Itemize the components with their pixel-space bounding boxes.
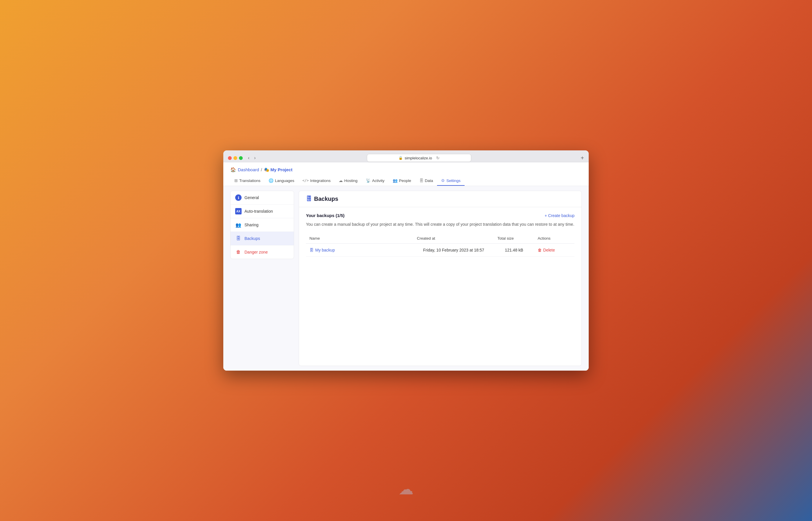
- sidebar-item-general[interactable]: ℹ General: [231, 191, 294, 205]
- maximize-button[interactable]: [239, 156, 243, 160]
- lock-icon: 🔒: [399, 156, 403, 160]
- tab-integrations-label: Integrations: [310, 179, 331, 183]
- create-backup-button[interactable]: + Create backup: [544, 213, 575, 218]
- section-title: Your backups (1/5): [306, 213, 344, 218]
- app-header: 🏠 Dashboard / 🎭 My Project ⊞ Translation…: [223, 162, 589, 186]
- address-bar[interactable]: 🔒 simplelocalize.io ↻: [367, 154, 471, 162]
- tab-integrations[interactable]: </> Integrations: [298, 176, 335, 186]
- th-actions: Actions: [534, 233, 575, 244]
- backups-icon: 🗄: [235, 235, 241, 242]
- forward-button[interactable]: ›: [252, 155, 257, 161]
- browser-top-bar: ‹ › 🔒 simplelocalize.io ↻ +: [228, 154, 584, 162]
- sidebar-item-danger-zone[interactable]: 🗑 Danger zone: [231, 245, 294, 259]
- backup-name-cell: 🗄 My backup: [306, 244, 413, 257]
- browser-chrome: ‹ › 🔒 simplelocalize.io ↻ +: [223, 151, 589, 162]
- content-body: Your backups (1/5) + Create backup You c…: [299, 207, 581, 366]
- backup-size-cell: 121.48 kB: [494, 244, 534, 257]
- page-title: 🗄 Backups: [306, 196, 338, 202]
- sidebar: ℹ General AX Auto-translation 👥 Sharing …: [230, 191, 294, 259]
- th-total-size: Total size: [494, 233, 534, 244]
- breadcrumb-dashboard-link[interactable]: Dashboard: [238, 167, 259, 172]
- sidebar-danger-zone-label: Danger zone: [244, 250, 268, 254]
- backup-link-icon: 🗄: [309, 248, 314, 252]
- browser-window: ‹ › 🔒 simplelocalize.io ↻ + 🏠 Dashboard …: [223, 151, 589, 370]
- nav-buttons: ‹ ›: [246, 155, 258, 161]
- tab-people-label: People: [399, 179, 411, 183]
- project-icon: 🎭: [264, 167, 270, 173]
- backup-name-text: My backup: [315, 248, 335, 252]
- reload-icon[interactable]: ↻: [436, 156, 440, 160]
- new-tab-button[interactable]: +: [581, 155, 584, 161]
- breadcrumb-separator: /: [261, 167, 262, 172]
- project-name: My Project: [271, 167, 293, 172]
- breadcrumb: 🏠 Dashboard / 🎭 My Project: [230, 167, 582, 173]
- cloud-icon: ☁: [399, 481, 413, 498]
- settings-icon: ⚙: [441, 178, 445, 183]
- th-name: Name: [306, 233, 413, 244]
- back-button[interactable]: ‹: [246, 155, 251, 161]
- cloud-decoration: ☁: [399, 480, 413, 498]
- auto-translation-icon: AX: [235, 208, 241, 214]
- sidebar-sharing-label: Sharing: [244, 223, 258, 227]
- delete-label: Delete: [543, 248, 555, 252]
- tab-hosting[interactable]: ☁ Hosting: [335, 176, 362, 186]
- general-icon: ℹ: [235, 195, 241, 201]
- home-icon: 🏠: [230, 167, 236, 173]
- languages-icon: 🌐: [269, 178, 274, 183]
- main-content-panel: 🗄 Backups Your backups (1/5) + Create ba…: [299, 191, 582, 366]
- tab-data[interactable]: 🗄 Data: [415, 176, 437, 186]
- backup-created-at-cell: Friday, 10 February 2023 at 18:57: [413, 244, 494, 257]
- close-button[interactable]: [228, 156, 232, 160]
- content-header: 🗄 Backups: [299, 191, 581, 207]
- tab-people[interactable]: 👥 People: [389, 176, 415, 186]
- minimize-button[interactable]: [233, 156, 237, 160]
- tab-languages-label: Languages: [275, 179, 294, 183]
- description-text: You can create a manual backup of your p…: [306, 221, 575, 227]
- tab-languages[interactable]: 🌐 Languages: [264, 176, 298, 186]
- sidebar-item-sharing[interactable]: 👥 Sharing: [231, 218, 294, 232]
- sidebar-backups-label: Backups: [244, 236, 260, 241]
- delete-backup-button[interactable]: 🗑 Delete: [538, 248, 555, 252]
- tab-hosting-label: Hosting: [344, 179, 358, 183]
- danger-zone-icon: 🗑: [235, 249, 241, 255]
- url-text: simplelocalize.io: [405, 156, 432, 160]
- backups-title-icon: 🗄: [306, 196, 312, 202]
- section-header: Your backups (1/5) + Create backup: [306, 213, 575, 218]
- integrations-icon: </>: [302, 179, 309, 183]
- delete-icon: 🗑: [538, 248, 542, 252]
- hosting-icon: ☁: [339, 178, 343, 183]
- backup-name-link[interactable]: 🗄 My backup: [309, 248, 410, 252]
- sidebar-auto-translation-label: Auto-translation: [244, 209, 273, 213]
- browser-content: 🏠 Dashboard / 🎭 My Project ⊞ Translation…: [223, 162, 589, 370]
- backup-size-text: 121.48 kB: [505, 248, 523, 252]
- tab-activity[interactable]: 📡 Activity: [362, 176, 389, 186]
- traffic-lights: [228, 156, 243, 160]
- table-row: 🗄 My backup Friday, 10 February 2023 at …: [306, 244, 575, 257]
- tab-settings-label: Settings: [446, 179, 461, 183]
- tab-data-label: Data: [425, 179, 433, 183]
- backup-table: Name Created at Total size Actions: [306, 233, 575, 257]
- backup-created-at-text: Friday, 10 February 2023 at 18:57: [423, 248, 484, 252]
- main-nav: ⊞ Translations 🌐 Languages </> Integrati…: [230, 176, 582, 186]
- data-icon: 🗄: [419, 178, 423, 183]
- sidebar-item-backups[interactable]: 🗄 Backups: [231, 232, 294, 245]
- people-icon: 👥: [393, 178, 398, 183]
- sidebar-general-label: General: [244, 195, 259, 200]
- sharing-icon: 👥: [235, 222, 241, 228]
- activity-icon: 📡: [366, 178, 371, 183]
- tab-settings[interactable]: ⚙ Settings: [437, 176, 465, 186]
- tab-activity-label: Activity: [372, 179, 385, 183]
- address-bar-wrap: 🔒 simplelocalize.io ↻: [261, 154, 577, 162]
- sidebar-item-auto-translation[interactable]: AX Auto-translation: [231, 205, 294, 218]
- th-created-at: Created at: [413, 233, 494, 244]
- backup-actions-cell: 🗑 Delete: [534, 244, 575, 257]
- tab-translations[interactable]: ⊞ Translations: [230, 176, 264, 186]
- tab-translations-label: Translations: [239, 179, 260, 183]
- translations-icon: ⊞: [234, 178, 238, 183]
- main-layout: ℹ General AX Auto-translation 👥 Sharing …: [223, 186, 589, 370]
- breadcrumb-project: 🎭 My Project: [264, 167, 293, 173]
